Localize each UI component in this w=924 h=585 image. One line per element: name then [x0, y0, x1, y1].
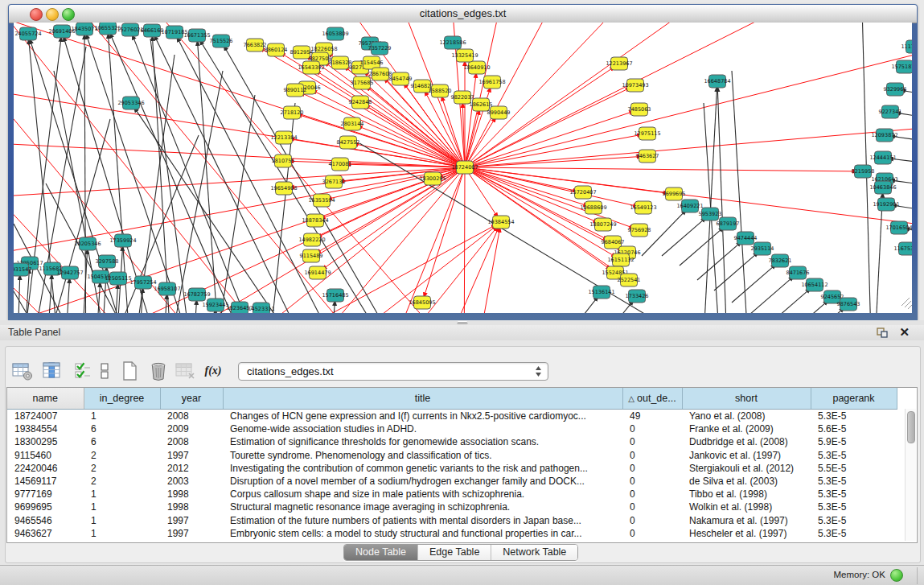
- merge-rows-button[interactable]: [96, 360, 113, 381]
- network-node[interactable]: 9227341: [879, 105, 902, 118]
- column-header-title[interactable]: title: [223, 388, 622, 410]
- network-node[interactable]: 19192901: [873, 198, 899, 211]
- network-node[interactable]: 9242848: [349, 96, 372, 109]
- network-node[interactable]: 4170081: [329, 158, 352, 171]
- table-row[interactable]: 946362711997Embryonic stem cells: a mode…: [7, 527, 897, 540]
- network-node[interactable]: 16549123: [630, 201, 656, 214]
- table-row[interactable]: 1456911722003Disruption of a novel membe…: [7, 475, 897, 488]
- canvas-resize-grip[interactable]: [901, 298, 912, 309]
- network-node[interactable]: 17359924: [109, 234, 136, 247]
- table-settings-button[interactable]: [10, 360, 35, 381]
- network-node[interactable]: 15751874: [891, 60, 912, 73]
- column-header-year[interactable]: year: [160, 388, 223, 410]
- column-header-in_degree[interactable]: in_degree: [84, 388, 160, 410]
- network-canvas[interactable]: 2405572420691406184350711065532515276021…: [14, 23, 912, 313]
- column-header-pagerank[interactable]: pagerank: [811, 388, 897, 410]
- network-node[interactable]: 16782759: [183, 288, 210, 301]
- select-rows-button[interactable]: [71, 360, 95, 381]
- network-node[interactable]: 9876543: [837, 298, 860, 311]
- network-node[interactable]: 1733426: [626, 290, 649, 303]
- float-panel-icon[interactable]: [876, 327, 889, 339]
- network-node[interactable]: 9756928: [628, 224, 651, 237]
- network-node[interactable]: 12213967: [606, 57, 632, 70]
- network-node[interactable]: 9474444: [734, 232, 758, 245]
- network-node[interactable]: 3175685: [351, 76, 374, 89]
- network-node[interactable]: 7515526: [210, 35, 233, 47]
- network-node[interactable]: 7663822: [244, 39, 267, 51]
- network-node[interactable]: 10654112: [801, 278, 827, 291]
- network-node[interactable]: 15353594: [308, 194, 335, 207]
- network-node[interactable]: 11675342: [893, 242, 912, 255]
- network-node[interactable]: 9329966: [884, 83, 907, 96]
- network-node[interactable]: 5953923: [699, 208, 722, 220]
- network-table-selector[interactable]: citations_edges.txt: [238, 362, 548, 381]
- network-node[interactable]: 8860124: [265, 43, 288, 56]
- network-node[interactable]: 8990449: [487, 106, 511, 119]
- import-table-button-disabled[interactable]: [174, 360, 198, 381]
- show-columns-button[interactable]: [40, 360, 64, 381]
- network-node[interactable]: 15923445: [202, 299, 228, 311]
- network-node[interactable]: 20205346: [74, 237, 101, 250]
- delete-table-button[interactable]: [146, 360, 170, 381]
- network-node[interactable]: 2718120: [281, 106, 304, 119]
- network-node[interactable]: 8471676: [786, 266, 810, 279]
- table-row[interactable]: 946554611997Estimation of the future num…: [7, 514, 897, 527]
- network-node[interactable]: 12218586: [439, 36, 466, 49]
- network-node[interactable]: 18807249: [589, 218, 616, 231]
- close-panel-icon[interactable]: ✕: [899, 325, 910, 340]
- network-node[interactable]: 15136141: [588, 286, 614, 299]
- network-node[interactable]: 15720407: [569, 186, 596, 199]
- table-scrollbar[interactable]: [905, 409, 916, 541]
- table-row[interactable]: 1872400712008Changes of HCN gene express…: [7, 410, 897, 423]
- table-row[interactable]: 2242004622012Investigating the contribut…: [7, 462, 897, 475]
- network-node[interactable]: 6879197: [717, 217, 740, 230]
- network-node[interactable]: 1588520: [429, 84, 452, 97]
- network-window-titlebar[interactable]: citations_edges.txt: [9, 5, 917, 23]
- network-node[interactable]: 7832621: [769, 254, 792, 267]
- tab-network-table[interactable]: Network Table: [491, 545, 577, 560]
- table-row[interactable]: 977716911998Corpus callosum shape and si…: [7, 488, 897, 501]
- network-node[interactable]: 11173456: [901, 40, 912, 53]
- network-node[interactable]: 12975115: [634, 127, 660, 140]
- network-node[interactable]: 16845095: [409, 296, 435, 309]
- network-node[interactable]: 3267130: [322, 175, 346, 188]
- network-node[interactable]: 8427552: [337, 136, 360, 149]
- network-node[interactable]: 10688609: [580, 201, 606, 214]
- network-node[interactable]: 8454749: [389, 72, 413, 85]
- network-node[interactable]: 18878344: [302, 214, 328, 227]
- table-row[interactable]: 1830029562008Estimation of significance …: [7, 435, 897, 448]
- network-node[interactable]: 2935114: [751, 242, 774, 255]
- table-row[interactable]: 1938455462009Genome-wide association stu…: [7, 422, 897, 435]
- table-scrollbar-thumb[interactable]: [907, 411, 915, 443]
- network-node[interactable]: 15716485: [322, 289, 348, 302]
- network-node[interactable]: 9699695: [663, 187, 686, 200]
- network-node[interactable]: 7357229: [368, 42, 392, 55]
- tab-node-table[interactable]: Node Table: [344, 545, 418, 560]
- table-row[interactable]: 911546021997Tourette syndrome. Phenomeno…: [7, 449, 897, 462]
- network-node[interactable]: 2522541: [618, 274, 641, 286]
- network-node[interactable]: 2803144: [341, 117, 364, 130]
- network-node[interactable]: 16648784: [704, 75, 730, 88]
- network-node[interactable]: 18300295: [419, 172, 446, 185]
- tab-edge-table[interactable]: Edge Table: [418, 545, 491, 560]
- network-node[interactable]: 16053809: [322, 27, 348, 40]
- column-header-short[interactable]: short: [682, 388, 811, 410]
- network-node[interactable]: 19384554: [487, 216, 514, 229]
- network-node[interactable]: 14523311: [248, 303, 274, 313]
- network-node[interactable]: 17957254: [129, 276, 156, 289]
- network-node[interactable]: 9115489: [300, 249, 323, 262]
- network-node[interactable]: 9890112: [284, 84, 307, 97]
- column-header-name[interactable]: name: [7, 388, 84, 410]
- table-row[interactable]: 969969511998Structural magnetic resonanc…: [7, 501, 897, 513]
- network-node[interactable]: 12444151: [869, 151, 896, 164]
- network-node[interactable]: 6466160: [141, 24, 164, 37]
- network-node[interactable]: 7485063: [628, 103, 651, 116]
- network-node[interactable]: 18640910: [463, 61, 490, 74]
- function-builder-button[interactable]: f(x): [201, 360, 225, 381]
- network-node[interactable]: 1810755: [272, 154, 295, 167]
- network-node[interactable]: 29053346: [117, 97, 144, 109]
- network-node[interactable]: 16958107: [154, 282, 180, 295]
- network-node[interactable]: 9463627: [636, 150, 659, 163]
- new-table-button[interactable]: [117, 360, 142, 381]
- network-node[interactable]: 12213384: [270, 131, 297, 144]
